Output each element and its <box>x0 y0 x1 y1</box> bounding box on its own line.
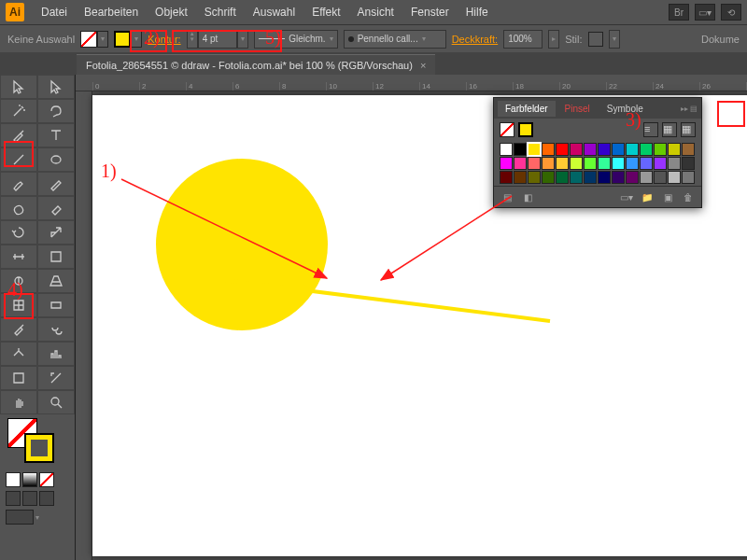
tool-shape-builder[interactable] <box>0 269 37 293</box>
tab-farbfelder[interactable]: Farbfelder <box>498 101 556 117</box>
tab-symbole[interactable]: Symbole <box>599 101 651 117</box>
swatch-33[interactable] <box>570 171 583 184</box>
large-thumb-icon[interactable]: ▦ <box>681 122 696 137</box>
tool-blob-brush[interactable] <box>0 196 37 220</box>
fill-swatch[interactable] <box>80 31 97 48</box>
swatch-29[interactable] <box>514 171 527 184</box>
fill-stroke-controls[interactable] <box>0 414 75 470</box>
tool-hand[interactable] <box>0 390 37 414</box>
tool-width[interactable] <box>0 245 37 269</box>
stroke-profile-dropdown[interactable]: Gleichm.▾ <box>254 30 338 49</box>
draw-behind[interactable] <box>22 491 37 506</box>
swatch-27[interactable] <box>682 157 695 170</box>
menu-bearbeiten[interactable]: Bearbeiten <box>77 2 146 22</box>
fill-stroke-swatches[interactable]: ▾ <box>80 31 108 48</box>
tool-selection[interactable] <box>0 75 37 99</box>
thumb-view-icon[interactable]: ▦ <box>662 122 677 137</box>
stroke-weight-dropdown[interactable]: ▾ <box>237 30 248 49</box>
panel-menu-icon[interactable]: ▤ <box>690 105 698 113</box>
menu-fenster[interactable]: Fenster <box>403 2 457 22</box>
stroke-swatch-dropdown[interactable]: ▾ <box>131 31 142 48</box>
tool-eyedropper[interactable] <box>0 317 37 342</box>
panel-fill-swatch[interactable] <box>500 122 514 137</box>
color-mode[interactable] <box>6 472 21 487</box>
stroke-swatch[interactable] <box>114 31 131 48</box>
tool-mesh[interactable] <box>0 293 37 317</box>
style-dropdown[interactable]: ▾ <box>609 30 620 49</box>
swatches-panel[interactable]: Farbfelder Pinsel Symbole ▸▸ ▤ ≡ ▦ ▦ ▤ ◧… <box>493 97 702 208</box>
swatch-32[interactable] <box>556 171 569 184</box>
swatch-35[interactable] <box>598 171 611 184</box>
close-tab-icon[interactable]: × <box>420 60 426 71</box>
tool-column-graph[interactable] <box>37 342 75 366</box>
swatch-5[interactable] <box>570 143 583 156</box>
document-setup-button[interactable]: Dokume <box>701 34 740 45</box>
show-kinds-icon[interactable]: ◧ <box>520 190 535 203</box>
tool-artboard[interactable] <box>0 366 37 390</box>
fill-swatch-dropdown[interactable]: ▾ <box>97 31 108 48</box>
swatch-3[interactable] <box>542 143 555 156</box>
swatch-38[interactable] <box>640 171 653 184</box>
swatch-26[interactable] <box>668 157 681 170</box>
menu-effekt[interactable]: Effekt <box>304 2 347 22</box>
swatch-40[interactable] <box>668 171 681 184</box>
swatch-7[interactable] <box>598 143 611 156</box>
menu-hilfe[interactable]: Hilfe <box>458 2 496 22</box>
swatch-4[interactable] <box>556 143 569 156</box>
stroke-label[interactable]: Kontur: <box>148 34 180 45</box>
menu-schrift[interactable]: Schrift <box>197 2 244 22</box>
swatch-14[interactable] <box>500 157 513 170</box>
document-tab[interactable]: Fotolia_28654551 © ddraw - Fotolia.com.a… <box>77 54 435 75</box>
swatch-41[interactable] <box>682 171 695 184</box>
menu-auswahl[interactable]: Auswahl <box>246 2 303 22</box>
tool-scale[interactable] <box>37 220 75 245</box>
tool-blend[interactable] <box>37 317 75 342</box>
opacity-input[interactable]: 100% <box>503 30 543 49</box>
swatch-20[interactable] <box>584 157 597 170</box>
new-color-group-icon[interactable]: 📁 <box>640 190 655 203</box>
panel-stroke-swatch[interactable] <box>518 122 533 137</box>
swatch-9[interactable] <box>626 143 639 156</box>
tool-pencil[interactable] <box>37 172 75 196</box>
swatch-22[interactable] <box>612 157 625 170</box>
swatch-12[interactable] <box>668 143 681 156</box>
swatch-8[interactable] <box>612 143 625 156</box>
swatch-28[interactable] <box>500 171 513 184</box>
swatch-31[interactable] <box>542 171 555 184</box>
swatch-39[interactable] <box>654 171 667 184</box>
swatch-13[interactable] <box>682 143 695 156</box>
tool-zoom[interactable] <box>37 390 75 414</box>
tool-gradient[interactable] <box>37 293 75 317</box>
stroke-stepper[interactable]: ▲▼ <box>187 30 198 49</box>
swatch-19[interactable] <box>570 157 583 170</box>
menu-datei[interactable]: Datei <box>34 2 75 22</box>
tool-rotate[interactable] <box>0 220 37 245</box>
swatch-0[interactable] <box>500 143 513 156</box>
tool-lasso[interactable] <box>37 99 75 123</box>
screen-mode-button[interactable]: ▾ <box>0 508 75 526</box>
panel-collapse-icon[interactable]: ▸▸ <box>681 105 688 113</box>
tool-direct-selection[interactable] <box>37 75 75 99</box>
swatch-25[interactable] <box>654 157 667 170</box>
list-view-icon[interactable]: ≡ <box>643 122 658 137</box>
bridge-button[interactable]: Br <box>669 4 689 21</box>
swatch-17[interactable] <box>542 157 555 170</box>
brush-dropdown[interactable]: Pennello call...▾ <box>344 30 446 49</box>
gradient-mode[interactable] <box>22 472 37 487</box>
none-mode[interactable] <box>39 472 54 487</box>
swatch-libraries-icon[interactable]: ▤ <box>500 190 514 203</box>
swatch-30[interactable] <box>528 171 541 184</box>
swatch-11[interactable] <box>654 143 667 156</box>
swatch-2[interactable] <box>528 143 541 156</box>
tool-slice[interactable] <box>37 366 75 390</box>
opacity-dropdown[interactable]: ▸ <box>548 30 559 49</box>
swatch-1[interactable] <box>514 143 527 156</box>
tool-free-transform[interactable] <box>37 245 75 269</box>
stroke-swatch-group[interactable]: ▾ <box>114 31 142 48</box>
swatch-34[interactable] <box>584 171 597 184</box>
tool-pen[interactable] <box>0 123 37 147</box>
sync-icon[interactable]: ⟲ <box>721 4 741 21</box>
stroke-color-box[interactable] <box>24 433 54 463</box>
swatch-6[interactable] <box>584 143 597 156</box>
swatch-24[interactable] <box>640 157 653 170</box>
